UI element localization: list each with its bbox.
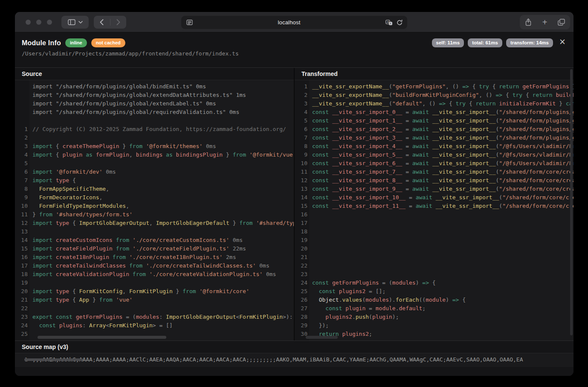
sourcemap-horizontal-scrollbar[interactable]: [24, 358, 83, 361]
code-text: Object.values(modules).forEach((module) …: [307, 296, 574, 304]
code-text: import type { ImportGlobEagerOutput, Imp…: [28, 219, 294, 227]
line-number: 26: [295, 296, 307, 304]
line-number: 16: [15, 253, 28, 262]
code-line: 11} from '#shared/types/form.ts': [15, 210, 294, 219]
close-panel-button[interactable]: ×: [559, 38, 566, 46]
code-text: const __vite_ssr_import_3__ = await __vi…: [307, 134, 574, 142]
code-text: return plugins2;: [307, 330, 574, 338]
line-number: 5: [15, 159, 28, 168]
code-text: [307, 236, 574, 244]
code-line: import "/shared/form/plugins/global/bind…: [15, 82, 294, 91]
code-line: 1__vite_ssr_exportName__("getFormPlugins…: [295, 82, 574, 91]
code-text: [28, 116, 294, 125]
reload-icon[interactable]: [397, 20, 403, 26]
code-text: FormDecoratorIcons,: [28, 193, 294, 202]
code-text: import type { App } from 'vue': [28, 296, 294, 304]
reader-icon[interactable]: [186, 20, 193, 25]
line-number: 4: [295, 108, 307, 116]
code-text: const __vite_ssr_import_8__ = await __vi…: [307, 176, 574, 185]
module-file-path: /Users/vladimir/Projects/zammad/app/fron…: [22, 50, 567, 57]
code-line: 15const __vite_ssr_import_11__ = await _…: [295, 202, 574, 210]
code-text: [307, 219, 574, 227]
code-line: 24 const plugins: Array<FormKitPlugin> =…: [15, 321, 294, 330]
line-number: 10: [295, 159, 307, 168]
transformed-panel-title: Transformed: [295, 68, 574, 80]
code-text: const __vite_ssr_import_4__ = await __vi…: [307, 142, 574, 151]
timing-badges: self: 11ms total: 61ms transform: 14ms: [432, 38, 553, 47]
line-number: 25: [295, 287, 307, 296]
url-text: localhost: [193, 19, 385, 26]
code-line: 15import createFieldPlugin from './core/…: [15, 244, 294, 253]
code-line: 13: [15, 227, 294, 236]
code-panels: Source import "/shared/form/plugins/glob…: [15, 67, 574, 340]
line-number: 22: [295, 262, 307, 270]
line-number: 5: [295, 116, 307, 125]
timing-badge-total: total: 61ms: [468, 38, 502, 47]
line-number: 20: [15, 287, 28, 296]
code-line: 8 FormAppSpecificTheme,: [15, 185, 294, 193]
code-text: FormAppSpecificTheme,: [28, 185, 294, 193]
code-text: });: [307, 321, 574, 330]
tabs-icon: [558, 19, 565, 26]
code-line: 18import createValidationPlugin from './…: [15, 270, 294, 279]
tab-overview-button[interactable]: [558, 19, 565, 26]
close-window-button[interactable]: [26, 20, 31, 25]
zoom-window-button[interactable]: [47, 20, 52, 25]
transformed-code[interactable]: 1__vite_ssr_exportName__("getFormPlugins…: [295, 80, 574, 340]
line-number: 12: [295, 176, 307, 185]
code-line: 20import type { FormKitConfig, FormKitPl…: [15, 287, 294, 296]
code-line: [15, 116, 294, 125]
chevron-right-icon: [116, 19, 120, 25]
code-text: import createI18nPlugin from './core/cre…: [28, 253, 294, 262]
sidebar-toggle-button[interactable]: [61, 16, 89, 29]
minimize-window-button[interactable]: [36, 20, 41, 25]
line-number: 4: [15, 151, 28, 159]
code-text: import createCustomIcons from './core/cr…: [28, 236, 294, 244]
line-number: 29: [295, 321, 307, 330]
code-line: 21import type { App } from 'vue': [15, 296, 294, 304]
chevron-left-icon: [100, 19, 104, 25]
code-line: 3import { createThemePlugin } from '@for…: [15, 142, 294, 151]
back-button[interactable]: [94, 16, 110, 29]
code-line: 6const __vite_ssr_import_2__ = await __v…: [295, 125, 574, 134]
transformed-horizontal-scrollbar[interactable]: [306, 336, 338, 339]
code-line: 12const __vite_ssr_import_8__ = await __…: [295, 176, 574, 185]
new-tab-button[interactable]: +: [542, 18, 547, 26]
line-number: 7: [15, 176, 28, 185]
code-text: const __vite_ssr_import_10__ = await __v…: [307, 193, 574, 202]
toolbar-right-actions: +: [520, 15, 570, 29]
address-bar[interactable]: localhost A x: [181, 16, 407, 29]
line-number: 11: [15, 210, 28, 219]
code-text: [307, 210, 574, 219]
source-horizontal-scrollbar[interactable]: [38, 336, 166, 339]
code-text: plugins2.push(plugin);: [307, 313, 574, 321]
code-text: import "/shared/form/plugins/global/exte…: [28, 99, 294, 108]
forward-button[interactable]: [110, 16, 127, 29]
code-text: import { createThemePlugin } from '@form…: [28, 142, 294, 151]
line-number: [15, 99, 28, 108]
code-line: 10 FormFieldTypeImportModules,: [15, 202, 294, 210]
source-code[interactable]: import "/shared/form/plugins/global/bind…: [15, 80, 294, 340]
code-text: [307, 253, 574, 262]
code-text: __vite_ssr_exportName__("default", () =>…: [307, 99, 574, 108]
line-number: 8: [15, 185, 28, 193]
transformed-vertical-scrollbar[interactable]: [570, 69, 573, 335]
code-text: [307, 244, 574, 253]
code-text: ;;;AAEA;AAAkC;AAAA;AAAA;AAAA;AAClC;AAEA;…: [28, 355, 574, 364]
code-line: 6import '@formkit/dev' 0ms: [15, 168, 294, 176]
code-line: import "/shared/form/plugins/global/exte…: [15, 99, 294, 108]
module-info-header: Module Info inline not cached self: 11ms…: [15, 32, 574, 57]
status-badge-inline: inline: [65, 38, 87, 47]
code-text: const getFormPlugins = (modules) => {: [307, 279, 574, 287]
sourcemap-code[interactable]: 1;;;AAEA;AAAkC;AAAA;AAAA;AAAA;AAClC;AAEA…: [15, 353, 574, 367]
line-number: 27: [295, 304, 307, 313]
line-number: 23: [295, 270, 307, 279]
translate-icon[interactable]: A x: [385, 20, 393, 26]
code-text: import createValidationPlugin from './co…: [28, 270, 294, 279]
desktop: { "browser": { "url": "localhost", "new_…: [0, 0, 588, 387]
code-text: [307, 262, 574, 270]
nav-buttons: [94, 16, 126, 29]
line-number: 21: [295, 253, 307, 262]
share-button[interactable]: [525, 18, 532, 26]
code-line: 22: [295, 262, 574, 270]
